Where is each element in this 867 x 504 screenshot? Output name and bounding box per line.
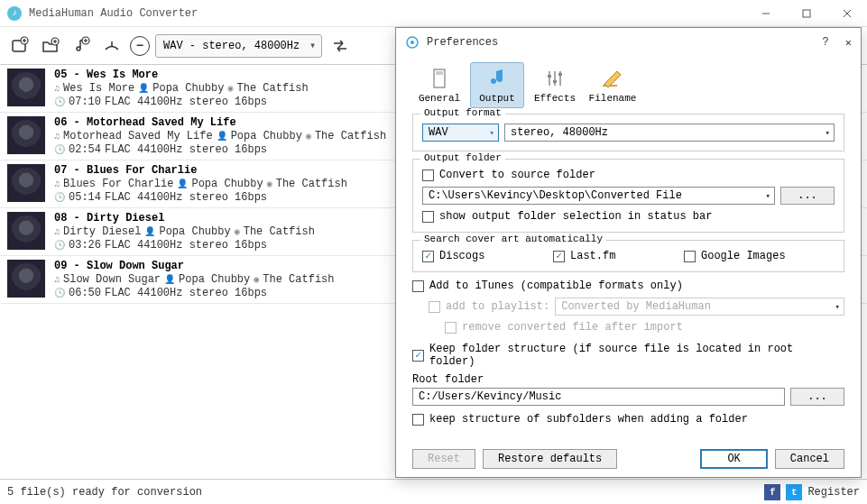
playlist-dropdown: Converted by MediaHuman xyxy=(555,298,844,316)
add-itunes-checkbox[interactable] xyxy=(412,280,424,292)
params-dropdown[interactable]: stereo, 48000Hz xyxy=(504,124,835,142)
lastfm-checkbox[interactable] xyxy=(553,251,565,262)
remove-button[interactable]: − xyxy=(130,36,150,56)
clock-icon: 🕓 xyxy=(54,144,65,155)
filename-icon xyxy=(601,67,624,90)
person-icon: 👤 xyxy=(138,83,149,94)
add-folder-button[interactable] xyxy=(38,33,63,59)
tab-output[interactable]: Output xyxy=(470,62,524,108)
track-codec: FLAC 44100Hz stereo 16bps xyxy=(105,287,267,299)
track-album: The Catfish xyxy=(276,178,347,190)
add-file-button[interactable] xyxy=(7,33,32,59)
minimize-button[interactable] xyxy=(745,0,786,26)
convert-to-source-label: Convert to source folder xyxy=(439,169,595,181)
window-controls xyxy=(745,0,867,26)
disc-icon: ◉ xyxy=(254,274,259,285)
params-value: stereo, 48000Hz xyxy=(511,126,608,139)
output-format-legend: Output format xyxy=(420,108,505,118)
svg-rect-32 xyxy=(553,80,557,83)
maximize-button[interactable] xyxy=(786,0,826,26)
track-time: 05:14 xyxy=(69,191,101,204)
help-button[interactable]: ? xyxy=(823,36,829,50)
disc-icon: ◉ xyxy=(227,83,233,94)
output-icon xyxy=(485,67,509,90)
keep-subfolders-label: keep structure of subfolders when adding… xyxy=(429,413,748,426)
convert-button[interactable] xyxy=(327,33,353,59)
note-icon: ♫ xyxy=(54,275,60,285)
track-time: 02:54 xyxy=(69,143,101,156)
clock-icon: 🕓 xyxy=(54,240,65,251)
album-art xyxy=(7,69,45,106)
disc-icon: ◉ xyxy=(267,179,272,189)
output-folder-group: Output folder Convert to source folder C… xyxy=(412,159,844,233)
google-label: Google Images xyxy=(701,250,786,262)
tab-effects[interactable]: Effects xyxy=(528,62,582,108)
dialog-close-button[interactable]: ✕ xyxy=(845,36,852,50)
track-time: 03:26 xyxy=(69,239,101,252)
tab-output-label: Output xyxy=(479,93,515,104)
cover-art-group: Search cover art automatically Discogs L… xyxy=(412,240,844,272)
app-icon: ♪ xyxy=(7,6,22,21)
output-path-field[interactable]: C:\Users\Kevincy\Desktop\Converted File xyxy=(422,187,775,205)
register-link[interactable]: Register xyxy=(807,486,860,499)
add-track-button[interactable] xyxy=(69,33,94,59)
cancel-button[interactable]: Cancel xyxy=(775,449,844,469)
track-codec: FLAC 44100Hz stereo 16bps xyxy=(105,239,267,252)
browse-root-button[interactable]: ... xyxy=(790,388,844,406)
track-name: Blues For Charlie xyxy=(63,178,173,190)
track-name: Dirty Diesel xyxy=(63,225,141,238)
svg-rect-27 xyxy=(436,71,443,75)
keep-subfolders-checkbox[interactable] xyxy=(412,414,424,426)
track-time: 06:50 xyxy=(69,287,101,299)
album-art xyxy=(7,116,45,154)
note-icon: ♫ xyxy=(54,179,60,189)
reset-button[interactable]: Reset xyxy=(412,449,475,469)
track-codec: FLAC 44100Hz stereo 16bps xyxy=(105,191,267,204)
preferences-footer: Reset Restore defaults OK Cancel xyxy=(396,441,861,477)
keep-structure-checkbox[interactable] xyxy=(412,350,424,362)
output-folder-legend: Output folder xyxy=(420,152,505,163)
google-checkbox[interactable] xyxy=(684,251,696,262)
album-art xyxy=(7,260,45,298)
browse-output-button[interactable]: ... xyxy=(780,187,835,205)
output-path-value: C:\Users\Kevincy\Desktop\Converted File xyxy=(429,189,682,202)
convert-to-source-checkbox[interactable] xyxy=(422,170,434,181)
track-album: The Catfish xyxy=(263,273,334,286)
svg-rect-31 xyxy=(548,75,551,78)
playlist-label: add to playlist: xyxy=(446,300,549,313)
output-format-group: Output format WAV stereo, 48000Hz xyxy=(412,114,844,151)
note-icon: ♫ xyxy=(54,84,60,94)
show-in-status-checkbox[interactable] xyxy=(422,211,434,223)
ok-button[interactable]: OK xyxy=(700,449,767,469)
preferences-tabs: General Output Effects Filename xyxy=(396,57,861,108)
track-time: 07:10 xyxy=(69,96,101,108)
person-icon: 👤 xyxy=(177,179,188,189)
add-itunes-label: Add to iTunes (compatible formats only) xyxy=(429,279,683,292)
clock-icon: 🕓 xyxy=(54,288,65,298)
facebook-icon[interactable]: f xyxy=(764,484,780,500)
track-album: The Catfish xyxy=(244,225,315,238)
remove-after-label: remove converted file after import xyxy=(462,321,683,334)
svg-rect-33 xyxy=(558,73,562,76)
svg-rect-1 xyxy=(803,10,810,17)
person-icon: 👤 xyxy=(217,131,227,142)
album-art xyxy=(7,164,45,202)
keep-structure-label: Keep folder structure (if source file is… xyxy=(429,343,844,368)
track-album: The Catfish xyxy=(315,130,386,142)
track-artist: Popa Chubby xyxy=(152,82,224,95)
tab-general[interactable]: General xyxy=(412,62,466,108)
root-folder-field[interactable]: C:/Users/Kevincy/Music xyxy=(412,388,785,406)
close-button[interactable] xyxy=(826,0,867,26)
restore-defaults-button[interactable]: Restore defaults xyxy=(483,449,617,469)
codec-dropdown[interactable]: WAV xyxy=(422,124,499,142)
clear-button[interactable] xyxy=(99,33,125,59)
person-icon: 👤 xyxy=(144,226,155,237)
general-icon xyxy=(428,67,451,90)
track-artist: Popa Chubby xyxy=(159,225,230,238)
format-dropdown[interactable]: WAV - stereo, 48000Hz xyxy=(155,34,322,58)
tab-filename[interactable]: Filename xyxy=(586,62,640,108)
discogs-checkbox[interactable] xyxy=(422,251,434,262)
disc-icon: ◉ xyxy=(235,226,240,237)
root-folder-value: C:/Users/Kevincy/Music xyxy=(419,390,561,403)
twitter-icon[interactable]: t xyxy=(786,484,802,500)
